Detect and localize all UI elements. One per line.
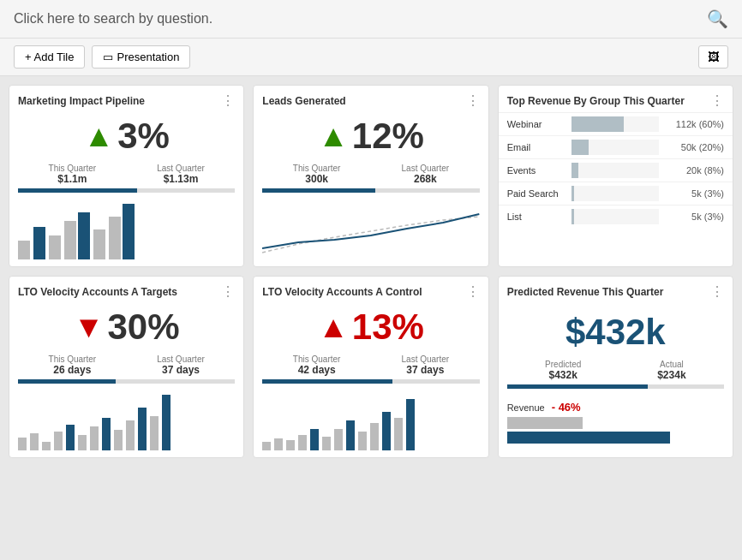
last-quarter-value: 268k — [402, 173, 450, 185]
card-leads-generated: Leads Generated ⋮ ▲ 12% This Quarter 300… — [253, 85, 488, 267]
change-value: 3% — [117, 116, 170, 157]
bar — [322, 437, 331, 450]
card-lto-velocity-control: LTO Velocity Accounts A Control ⋮ ▲ 13% … — [253, 276, 488, 458]
card-title: LTO Velocity Accounts A Targets — [18, 286, 177, 298]
card-menu-icon[interactable]: ⋮ — [710, 92, 724, 109]
card-menu-icon[interactable]: ⋮ — [221, 92, 235, 109]
compare-bar-grey — [507, 417, 583, 429]
card-marketing-impact-pipeline: Marketing Impact Pipeline ⋮ ▲ 3% This Qu… — [9, 85, 244, 267]
bar — [274, 438, 283, 450]
revenue-row-paid-search: Paid Search 5k (3%) — [499, 182, 733, 205]
toolbar-left: + Add Tile ▭ Presentation — [14, 45, 190, 69]
revenue-bar-wrap — [571, 116, 659, 132]
revenue-row-webinar: Webinar 112k (60%) — [499, 112, 733, 135]
progress-bar-container — [254, 188, 488, 198]
revenue-compare: Revenue - 46% — [499, 394, 733, 450]
this-quarter-col: This Quarter $1.1m — [49, 164, 97, 185]
last-quarter-label: Last Quarter — [157, 354, 205, 364]
last-quarter-value: 37 days — [402, 364, 450, 376]
change-value: 30% — [107, 307, 179, 348]
kpi-sub: This Quarter 26 days Last Quarter 37 day… — [9, 351, 243, 379]
card-menu-icon[interactable]: ⋮ — [221, 283, 235, 300]
card-lto-velocity-targets: LTO Velocity Accounts A Targets ⋮ ▼ 30% … — [9, 276, 244, 458]
this-quarter-col: This Quarter 42 days — [293, 354, 341, 376]
revenue-bar — [571, 163, 578, 178]
this-quarter-value: 300k — [293, 173, 341, 185]
bar — [310, 429, 319, 450]
progress-bar-track — [262, 379, 479, 384]
kpi-value: ▲ 13% — [254, 303, 488, 351]
bar — [138, 408, 147, 450]
presentation-label: Presentation — [117, 51, 179, 63]
revenue-pct: 20k (8%) — [664, 165, 724, 176]
bar — [33, 227, 45, 259]
bar-chart — [254, 389, 488, 457]
bar — [42, 442, 51, 450]
compare-bar-row-grey — [507, 417, 724, 429]
this-quarter-label: This Quarter — [293, 354, 341, 364]
kpi-value: ▲ 3% — [9, 112, 243, 160]
this-quarter-label: This Quarter — [293, 164, 341, 173]
predicted-label: Predicted — [545, 360, 581, 369]
add-tile-button[interactable]: + Add Tile — [14, 45, 85, 69]
card-header: Predicted Revenue This Quarter ⋮ — [499, 277, 733, 303]
search-button[interactable]: 🔍 — [707, 9, 728, 29]
bar — [93, 229, 105, 259]
arrow-up-icon: ▲ — [318, 121, 349, 152]
revenue-bar-wrap — [571, 209, 659, 224]
progress-bar-container — [9, 379, 243, 389]
bar — [126, 420, 135, 450]
search-bar[interactable]: Click here to search by question. — [14, 11, 212, 27]
card-menu-icon[interactable]: ⋮ — [710, 283, 724, 300]
revenue-label: Revenue — [507, 402, 545, 413]
card-menu-icon[interactable]: ⋮ — [466, 92, 480, 109]
revenue-bar — [571, 186, 574, 201]
card-top-revenue-by-group: Top Revenue By Group This Quarter ⋮ Webi… — [498, 85, 733, 267]
last-quarter-label: Last Quarter — [402, 164, 450, 173]
progress-bar-track — [18, 188, 235, 193]
bar — [262, 442, 271, 450]
arrow-up-icon: ▲ — [83, 121, 114, 152]
revenue-row-events: Events 20k (8%) — [499, 158, 733, 182]
bar — [298, 435, 307, 450]
card-menu-icon[interactable]: ⋮ — [466, 283, 480, 300]
progress-bar-track — [18, 379, 235, 384]
bar — [370, 423, 379, 450]
predicted-col: Predicted $432k — [545, 360, 581, 381]
bar — [114, 430, 123, 450]
this-quarter-value: 42 days — [293, 364, 341, 376]
revenue-row-list: List 5k (3%) — [499, 205, 733, 228]
kpi-value: ▼ 30% — [9, 303, 243, 351]
toolbar: + Add Tile ▭ Presentation 🖼 — [0, 39, 742, 76]
actual-col: Actual $234k — [657, 360, 685, 381]
revenue-bar — [571, 140, 589, 155]
last-quarter-col: Last Quarter 268k — [402, 164, 450, 185]
progress-bar-track — [507, 384, 724, 389]
this-quarter-label: This Quarter — [49, 354, 97, 364]
bar — [162, 395, 171, 450]
card-header: Top Revenue By Group This Quarter ⋮ — [499, 86, 733, 112]
compare-bar-row-blue — [507, 432, 724, 444]
bar — [406, 399, 415, 450]
revenue-bar-wrap — [571, 186, 659, 201]
kpi-sub: This Quarter $1.1m Last Quarter $1.13m — [9, 160, 243, 188]
predicted-big-value: $432k — [499, 303, 733, 356]
bar-group — [33, 227, 45, 259]
last-quarter-label: Last Quarter — [157, 164, 205, 173]
card-title: Leads Generated — [262, 95, 345, 107]
this-quarter-value: $1.1m — [49, 173, 97, 185]
bar — [382, 412, 391, 450]
bar — [102, 418, 111, 450]
presentation-button[interactable]: ▭ Presentation — [92, 45, 190, 69]
bar — [78, 212, 90, 259]
image-button[interactable]: 🖼 — [698, 45, 728, 69]
header: Click here to search by question. 🔍 — [0, 0, 742, 39]
predicted-value: $432k — [545, 369, 581, 381]
kpi-value: ▲ 12% — [254, 112, 488, 160]
card-header: LTO Velocity Accounts A Control ⋮ — [254, 277, 488, 303]
revenue-pct: 5k (3%) — [664, 188, 724, 199]
revenue-label: Email — [507, 142, 571, 152]
kpi-sub: This Quarter 42 days Last Quarter 37 day… — [254, 351, 488, 379]
last-quarter-col: Last Quarter 37 days — [157, 354, 205, 376]
bar — [49, 235, 61, 259]
